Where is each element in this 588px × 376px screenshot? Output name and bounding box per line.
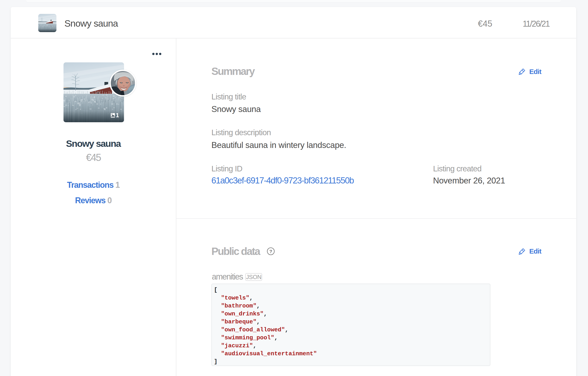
svg-text:?: ? [269,249,272,254]
